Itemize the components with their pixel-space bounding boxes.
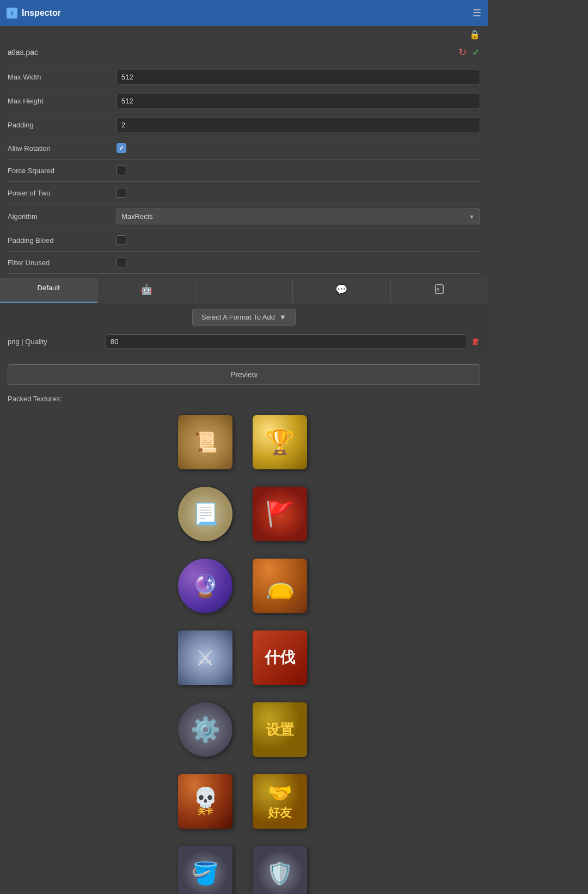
format-label: png | Quality [8, 338, 106, 346]
prop-filter-unused: Filter Unused [8, 253, 480, 272]
prop-force-squared: Force Squared [8, 161, 480, 180]
parchment-icon: 📜 [178, 415, 232, 469]
list-item: 🔮 [170, 551, 240, 621]
prop-power-of-two: Power of Two [8, 183, 480, 203]
file-actions: ↻ ✓ [458, 46, 480, 58]
prop-max-height: Max Height [8, 90, 480, 112]
title-bar-left: i Inspector [7, 8, 61, 19]
android-icon: 🤖 [140, 284, 152, 295]
select-format-label: Select A Format To Add [201, 313, 275, 321]
algorithm-label: Algorithm [8, 212, 117, 221]
preview-button[interactable]: Preview [8, 364, 480, 385]
app-title: Inspector [22, 8, 61, 18]
menu-icon[interactable]: ☰ [473, 7, 481, 19]
tabs-section: Default 🤖 💬 5 Select A Format To Add ▼ p [0, 278, 488, 358]
bag-icon: 👝 [253, 559, 307, 613]
list-item: 💀 关卡 [170, 767, 240, 836]
algorithm-select-wrapper: MaxRects Basic Shelf Skyline ▼ [117, 209, 480, 224]
padding-bleed-label: Padding Bleed [8, 236, 117, 244]
tab-android[interactable]: 🤖 [97, 278, 195, 303]
list-item: 🤝 好友 [245, 767, 315, 836]
html5-icon: 5 [434, 286, 445, 297]
padding-label: Padding [8, 121, 117, 129]
prop-padding: Padding [8, 114, 480, 136]
refresh-icon[interactable]: ↻ [458, 46, 467, 58]
skull-icon: 💀 关卡 [178, 774, 232, 829]
compass-icon: 🔮 [178, 559, 232, 613]
list-item: 📃 [170, 479, 240, 549]
format-row: png | Quality 🗑 [8, 331, 480, 352]
wechat-icon: 💬 [335, 284, 347, 295]
list-item: 🪣 [170, 838, 240, 894]
lock-row: 🔒 [0, 26, 488, 43]
prop-max-width: Max Width [8, 66, 480, 88]
friend-cn-icon: 🤝 好友 [253, 774, 307, 829]
max-width-label: Max Width [8, 73, 117, 81]
chest-icon: 🪣 [178, 846, 232, 894]
list-item: 🏆 [245, 407, 315, 477]
tab-html5[interactable]: 5 [391, 278, 488, 303]
inspector-icon: i [7, 8, 17, 19]
format-btn-row: Select A Format To Add ▼ [8, 309, 480, 326]
properties-section: Max Width Max Height Padding Alliw Rotat… [0, 65, 488, 274]
packed-textures-area: 📜 🏆 📃 🚩 🔮 👝 ⚔ 什伐 ⚙️ [0, 407, 488, 894]
file-name: atlas.pac [8, 48, 38, 57]
allow-rotation-checkbox[interactable] [117, 143, 126, 153]
force-squared-checkbox[interactable] [117, 166, 126, 175]
svg-text:5: 5 [437, 287, 439, 292]
list-item: 📜 [170, 407, 240, 477]
filter-unused-checkbox[interactable] [117, 258, 126, 267]
title-bar: i Inspector ☰ [0, 0, 488, 26]
list-item: ⚙️ [170, 695, 240, 764]
trophy-icon: 🏆 [253, 415, 307, 469]
max-height-input[interactable] [117, 94, 480, 108]
list-item: 🚩 [245, 479, 315, 549]
max-height-label: Max Height [8, 97, 117, 105]
lock-icon[interactable]: 🔒 [469, 29, 480, 40]
list-item: 设置 [245, 695, 315, 764]
format-dropdown-icon: ▼ [279, 313, 286, 321]
prop-algorithm: Algorithm MaxRects Basic Shelf Skyline ▼ [8, 205, 480, 228]
list-item: 👝 [245, 551, 315, 621]
power-of-two-checkbox[interactable] [117, 188, 126, 198]
power-of-two-label: Power of Two [8, 189, 117, 197]
padding-input[interactable] [117, 118, 480, 132]
force-squared-label: Force Squared [8, 167, 117, 175]
select-format-button[interactable]: Select A Format To Add ▼ [192, 309, 296, 326]
file-row: atlas.pac ↻ ✓ [0, 43, 488, 64]
delete-format-icon[interactable]: 🗑 [471, 337, 480, 347]
flag-icon: 🚩 [253, 487, 307, 541]
quality-input[interactable] [106, 334, 467, 349]
filter-unused-label: Filter Unused [8, 259, 117, 267]
list-item: 什伐 [245, 623, 315, 693]
knight-icon: 🛡️ [253, 846, 307, 894]
cn-char-icon: 什伐 [253, 630, 307, 685]
tab-content-default: Select A Format To Add ▼ png | Quality 🗑 [0, 303, 488, 358]
tab-wechat[interactable]: 💬 [293, 278, 390, 303]
prop-padding-bleed: Padding Bleed [8, 230, 480, 250]
sword-icon: ⚔ [178, 630, 232, 685]
gear-icon: ⚙️ [178, 702, 232, 757]
tabs-header: Default 🤖 💬 5 [0, 278, 488, 303]
packed-textures-label: Packed Textures: [0, 391, 488, 407]
max-width-input[interactable] [117, 70, 480, 84]
algorithm-select[interactable]: MaxRects Basic Shelf Skyline [117, 209, 480, 224]
prop-allow-rotation: Alliw Rotation [8, 138, 480, 158]
padding-bleed-checkbox[interactable] [117, 235, 126, 245]
settings-cn-icon: 设置 [253, 702, 307, 757]
confirm-icon[interactable]: ✓ [472, 46, 480, 58]
tab-ios[interactable] [195, 278, 293, 303]
icons-grid: 📜 🏆 📃 🚩 🔮 👝 ⚔ 什伐 ⚙️ [170, 407, 317, 894]
winged-scroll-icon: 📃 [178, 487, 232, 541]
list-item: 🛡️ [245, 838, 315, 894]
allow-rotation-label: Alliw Rotation [8, 144, 117, 152]
tab-default[interactable]: Default [0, 278, 97, 303]
list-item: ⚔ [170, 623, 240, 693]
